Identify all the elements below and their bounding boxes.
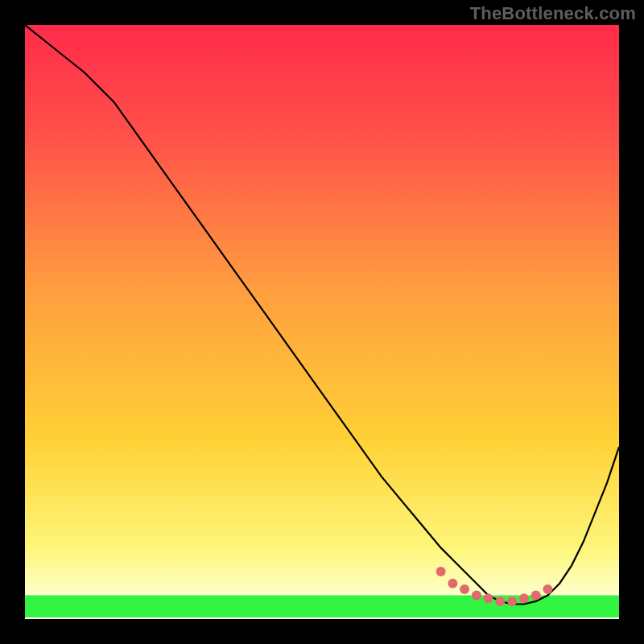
marker-dot [543,584,552,594]
green-band [25,595,619,619]
marker-dot [519,593,529,603]
marker-dot [436,567,446,576]
marker-dot [484,593,493,603]
marker-dot [460,584,469,594]
watermark-text: TheBottleneck.com [470,3,636,24]
chart-frame: TheBottleneck.com [0,0,644,644]
marker-dot [472,591,481,601]
marker-dot [531,591,541,601]
plot-area [25,25,619,619]
marker-dot [448,579,457,588]
gradient-background [25,25,619,619]
marker-dot [507,597,517,606]
marker-dot [495,597,505,606]
chart-svg [25,25,619,619]
white-band [25,617,619,619]
